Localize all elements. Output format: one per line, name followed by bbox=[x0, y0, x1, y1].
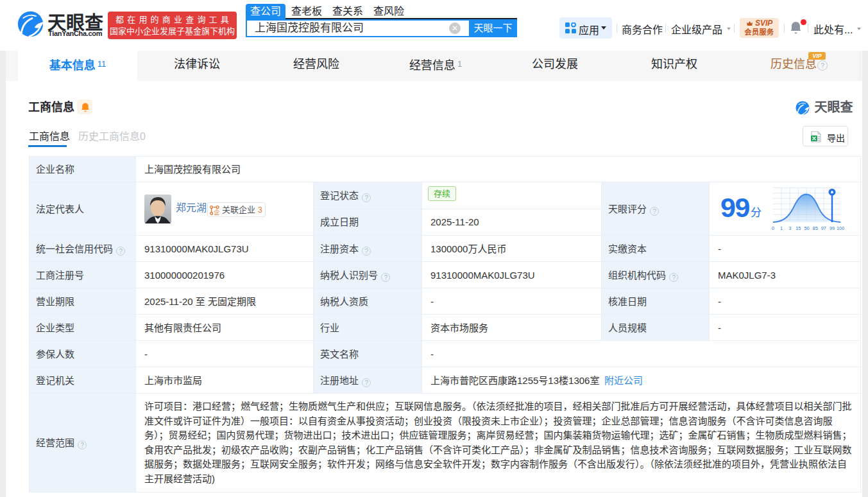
svg-text:99: 99 bbox=[830, 225, 835, 231]
svg-text:1: 1 bbox=[780, 225, 783, 231]
svg-text:15: 15 bbox=[796, 225, 801, 231]
svg-text:0: 0 bbox=[772, 225, 774, 231]
svg-text:100: 100 bbox=[837, 225, 844, 231]
svg-text:50: 50 bbox=[804, 225, 809, 231]
svg-text:85: 85 bbox=[813, 225, 818, 231]
svg-text:3: 3 bbox=[788, 225, 791, 231]
svg-text:企: 企 bbox=[214, 209, 219, 215]
svg-text:97: 97 bbox=[821, 225, 826, 231]
